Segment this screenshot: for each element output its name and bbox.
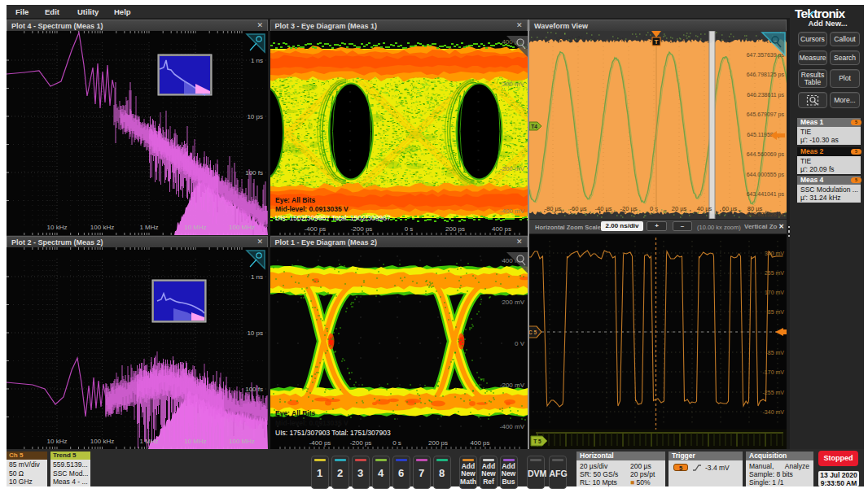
svg-text:643.441041 ps: 643.441041 ps	[747, 191, 785, 198]
svg-text:644.000555 ps: 644.000555 ps	[747, 172, 785, 178]
svg-text:0 s: 0 s	[650, 205, 658, 212]
svg-text:-60 µs: -60 µs	[570, 205, 587, 212]
svg-text:UIs: 1502/309967 Total: 15: UIs: 1502/309967 Total: 1502/309967	[275, 214, 391, 222]
svg-text:10 ps: 10 ps	[247, 329, 263, 337]
svg-text:10 MHz: 10 MHz	[184, 224, 207, 231]
svg-text:10 kHz: 10 kHz	[47, 224, 68, 231]
svg-text:400 ps: 400 ps	[491, 225, 511, 233]
svg-text:20 µs: 20 µs	[672, 205, 687, 212]
svg-text:0 s: 0 s	[404, 225, 413, 233]
svg-text:-340 mV: -340 mV	[763, 409, 785, 415]
svg-text:C 5: C 5	[529, 329, 537, 335]
svg-text:647.357639 ps: 647.357639 ps	[747, 52, 785, 59]
svg-text:200 mV: 200 mV	[502, 299, 524, 306]
svg-text:644.560069 ps: 644.560069 ps	[747, 151, 785, 158]
svg-text:645.679097 ps: 645.679097 ps	[747, 111, 785, 118]
svg-text:-40 µs: -40 µs	[595, 205, 612, 212]
svg-text:170 mV: 170 mV	[765, 290, 784, 295]
svg-text:0 V: 0 V	[514, 340, 524, 347]
svg-text:-255 mV: -255 mV	[763, 390, 785, 395]
svg-text:646.238611 ps: 646.238611 ps	[747, 92, 784, 98]
svg-text:1 ns: 1 ns	[251, 273, 263, 281]
svg-text:-400 ps: -400 ps	[309, 439, 331, 447]
svg-text:100 kHz: 100 kHz	[90, 224, 114, 231]
svg-text:Mid-level: 0.0913035 V: Mid-level: 0.0913035 V	[275, 205, 349, 213]
svg-text:0 s: 0 s	[392, 439, 401, 447]
svg-text:60 µs: 60 µs	[722, 205, 738, 212]
svg-text:200 mV: 200 mV	[502, 81, 524, 88]
svg-text:T: T	[655, 38, 659, 46]
svg-text:-400 mV: -400 mV	[499, 207, 524, 215]
svg-text:10 kHz: 10 kHz	[47, 438, 68, 445]
svg-text:255 mV: 255 mV	[765, 270, 784, 276]
svg-text:-80 µs: -80 µs	[545, 205, 562, 212]
svg-text:340 mV: 340 mV	[765, 251, 784, 256]
svg-text:-400 mV: -400 mV	[499, 423, 524, 430]
svg-text:100 MHz: 100 MHz	[229, 224, 255, 231]
svg-text:100 fs: 100 fs	[245, 386, 263, 393]
svg-text:Eye: All Bits: Eye: All Bits	[275, 196, 316, 204]
svg-text:Eye: All Bits: Eye: All Bits	[275, 409, 316, 417]
svg-text:-200 mV: -200 mV	[499, 165, 524, 172]
svg-text:10 MHz: 10 MHz	[184, 438, 207, 445]
svg-text:200 ps: 200 ps	[445, 225, 464, 233]
svg-text:646.798125 ps: 646.798125 ps	[747, 72, 785, 78]
svg-text:80 µs: 80 µs	[747, 205, 763, 212]
svg-text:10 ps: 10 ps	[247, 113, 263, 120]
svg-text:-200 ps: -200 ps	[350, 225, 372, 233]
svg-text:200 ps: 200 ps	[427, 439, 447, 447]
svg-text:85 mV: 85 mV	[768, 309, 785, 315]
svg-text:T 5: T 5	[533, 438, 541, 444]
svg-text:-85 mV: -85 mV	[765, 350, 784, 356]
svg-text:-200 mV: -200 mV	[499, 382, 524, 389]
svg-text:-200 ps: -200 ps	[349, 439, 371, 447]
svg-text:-400 ps: -400 ps	[304, 225, 326, 233]
svg-text:1 MHz: 1 MHz	[139, 224, 158, 231]
svg-text:40 µs: 40 µs	[697, 205, 712, 212]
svg-text:400 ps: 400 ps	[470, 439, 489, 447]
svg-text:T4: T4	[531, 124, 537, 129]
svg-text:100 MHz: 100 MHz	[229, 438, 255, 445]
svg-text:-170 mV: -170 mV	[763, 369, 785, 375]
svg-text:100 fs: 100 fs	[245, 169, 263, 177]
svg-text:-20 µs: -20 µs	[620, 205, 638, 212]
svg-text:1 ns: 1 ns	[251, 57, 263, 64]
svg-text:1 MHz: 1 MHz	[139, 438, 158, 445]
svg-text:100 kHz: 100 kHz	[90, 438, 114, 445]
svg-text:Mid-level: 0.0913035 V: Mid-level: 0.0913035 V	[275, 419, 349, 427]
svg-text:UIs: 1751/307903 Total: 17: UIs: 1751/307903 Total: 1751/307903	[275, 429, 391, 437]
